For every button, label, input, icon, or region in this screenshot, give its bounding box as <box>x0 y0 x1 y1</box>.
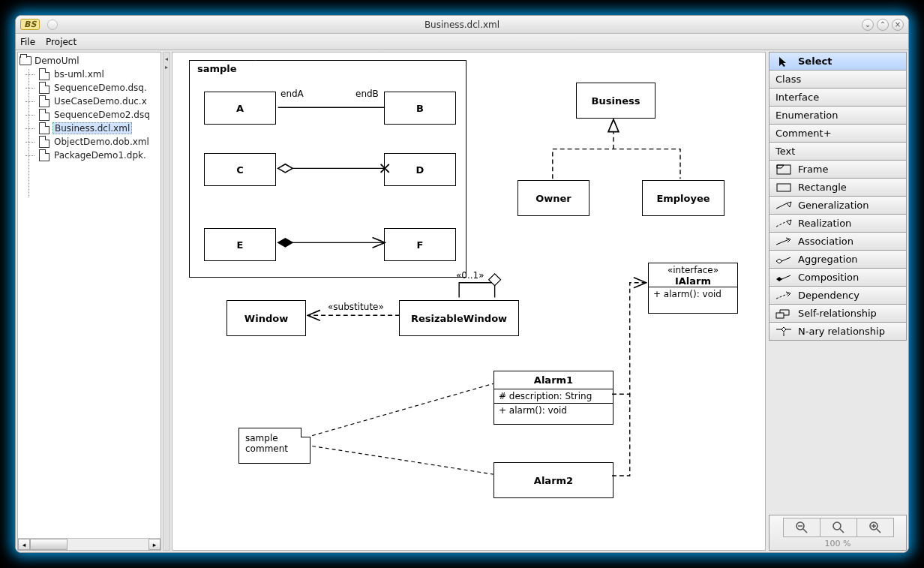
svg-line-6 <box>312 446 493 474</box>
project-tree-panel: DemoUml bs-uml.xml SequenceDemo.dsq. Use… <box>17 52 161 551</box>
svg-rect-15 <box>776 313 784 318</box>
tool-text[interactable]: Text <box>769 142 907 161</box>
tree-root[interactable]: DemoUml <box>20 56 159 66</box>
tool-rectangle[interactable]: Rectangle <box>769 178 907 197</box>
tool-association[interactable]: Association <box>769 232 907 251</box>
tree-item[interactable]: bs-uml.xml <box>20 68 159 81</box>
tree-item[interactable]: PackageDemo1.dpk. <box>20 149 159 162</box>
class-f[interactable]: F <box>384 228 456 261</box>
splitter-collapse-right-icon: ▸ <box>165 64 168 71</box>
class-alarm1[interactable]: Alarm1 # description: String + alarm(): … <box>494 371 614 425</box>
scroll-thumb[interactable] <box>30 539 68 550</box>
tree-hscrollbar[interactable]: ◂ ▸ <box>18 538 160 550</box>
realization-icon <box>776 219 792 228</box>
class-business[interactable]: Business <box>576 83 656 119</box>
scroll-right-button[interactable]: ▸ <box>148 539 160 550</box>
class-resizablewindow[interactable]: ResizableWindow <box>399 300 519 336</box>
svg-line-25 <box>877 529 880 533</box>
tool-class[interactable]: Class <box>769 70 907 89</box>
assoc-end-a-label: endA <box>280 89 304 99</box>
zoom-in-button[interactable] <box>856 518 894 537</box>
menu-project[interactable]: Project <box>46 37 76 47</box>
cursor-icon <box>776 56 792 68</box>
svg-rect-8 <box>777 184 790 191</box>
file-icon <box>39 95 50 107</box>
folder-icon <box>20 56 32 65</box>
association-icon <box>776 237 792 246</box>
app-window: BS Business.dcl.xml ⌄ ⌃ × File Project D… <box>15 15 909 553</box>
class-owner[interactable]: Owner <box>518 180 590 216</box>
tree-item[interactable]: SequenceDemo2.dsq <box>20 108 159 122</box>
splitter-collapse-left-icon: ◂ <box>165 56 168 62</box>
tool-generalization[interactable]: Generalization <box>769 196 907 215</box>
class-window[interactable]: Window <box>226 300 306 336</box>
tool-aggregation[interactable]: Aggregation <box>769 250 907 269</box>
tool-dependency[interactable]: Dependency <box>769 286 907 305</box>
class-d[interactable]: D <box>384 153 456 186</box>
menu-file[interactable]: File <box>20 37 35 47</box>
zoom-reset-button[interactable] <box>820 518 857 537</box>
zoom-out-button[interactable] <box>783 518 820 537</box>
tree-root-label: DemoUml <box>34 56 79 66</box>
class-e[interactable]: E <box>204 228 276 261</box>
tool-interface[interactable]: Interface <box>769 88 907 107</box>
svg-line-23 <box>840 529 844 533</box>
file-icon <box>39 149 50 161</box>
diagram-canvas[interactable]: sample A B C D E F endA endB Business Ow… <box>172 52 766 551</box>
dependency-icon <box>776 291 792 300</box>
scroll-left-button[interactable]: ◂ <box>18 539 30 550</box>
tool-nary-relationship[interactable]: N-ary relationship <box>769 322 907 341</box>
tool-palette: Select Class Interface Enumeration Comme… <box>769 52 907 551</box>
frame-icon <box>776 164 792 175</box>
aggregation-icon <box>776 255 792 264</box>
tool-realization[interactable]: Realization <box>769 214 907 233</box>
tool-comment[interactable]: Comment+ <box>769 124 907 143</box>
generalization-icon <box>776 201 792 210</box>
svg-line-14 <box>776 293 789 299</box>
app-badge: BS <box>20 19 40 30</box>
file-icon <box>39 82 50 94</box>
self-rel-icon <box>776 308 792 319</box>
svg-line-20 <box>803 529 807 533</box>
svg-point-22 <box>833 522 841 530</box>
file-icon <box>39 109 50 121</box>
svg-line-9 <box>776 203 787 209</box>
tool-enumeration[interactable]: Enumeration <box>769 106 907 125</box>
class-alarm2[interactable]: Alarm2 <box>494 462 614 498</box>
assoc-end-b-label: endB <box>356 89 379 99</box>
file-icon <box>39 122 50 134</box>
tool-frame[interactable]: Frame <box>769 160 907 179</box>
multiplicity-label: «0..1» <box>456 270 484 281</box>
tree-item-selected[interactable]: Business.dcl.xml <box>20 122 159 135</box>
svg-line-10 <box>776 221 787 227</box>
class-employee[interactable]: Employee <box>642 180 724 216</box>
nary-icon <box>776 326 792 337</box>
uml-comment[interactable]: sample comment <box>238 428 310 464</box>
zoom-panel: 100 % <box>769 515 907 551</box>
minimize-button[interactable]: ⌄ <box>862 19 874 31</box>
splitter[interactable]: ◂ ▸ <box>163 52 170 551</box>
composition-icon <box>776 273 792 282</box>
tree-item[interactable]: ObjectDemo.dob.xml <box>20 135 159 149</box>
class-b[interactable]: B <box>384 92 456 125</box>
svg-rect-7 <box>777 165 790 174</box>
tree-item[interactable]: UseCaseDemo.duc.x <box>20 95 159 108</box>
tool-self-relationship[interactable]: Self-relationship <box>769 304 907 323</box>
menubar: File Project <box>16 34 908 50</box>
maximize-button[interactable]: ⌃ <box>877 19 889 31</box>
substitute-label: «substitute» <box>328 302 384 312</box>
titlebar: BS Business.dcl.xml ⌄ ⌃ × <box>16 16 908 34</box>
titlebar-decoration-icon <box>47 20 58 30</box>
window-title: Business.dcl.xml <box>16 20 908 30</box>
zoom-level-label: 100 % <box>825 539 851 548</box>
tree-item[interactable]: SequenceDemo.dsq. <box>20 81 159 95</box>
close-button[interactable]: × <box>892 19 904 31</box>
tool-select[interactable]: Select <box>769 52 907 71</box>
interface-ialarm[interactable]: «interface» IAlarm + alarm(): void <box>648 263 738 314</box>
class-c[interactable]: C <box>204 153 276 186</box>
frame-label: sample <box>189 60 256 77</box>
file-icon <box>39 68 50 80</box>
tool-composition[interactable]: Composition <box>769 268 907 287</box>
svg-line-11 <box>776 239 789 245</box>
class-a[interactable]: A <box>204 92 276 125</box>
